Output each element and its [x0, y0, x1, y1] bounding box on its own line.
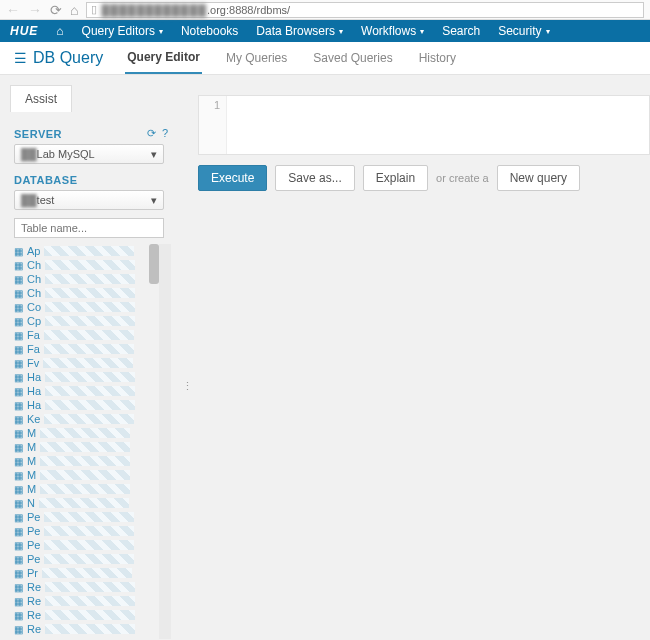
table-icon: ▦	[14, 274, 23, 285]
table-row[interactable]: ▦Re	[14, 594, 159, 608]
forward-icon[interactable]: →	[28, 3, 42, 17]
table-row[interactable]: ▦Ch	[14, 258, 159, 272]
server-label: SERVER	[14, 128, 62, 140]
server-select[interactable]: ██Lab MySQL ▾	[14, 144, 164, 164]
nav-data-browsers[interactable]: Data Browsers▾	[256, 24, 343, 38]
table-row[interactable]: ▦Ha	[14, 398, 159, 412]
table-name-blurred	[42, 568, 132, 578]
table-row[interactable]: ▦M	[14, 482, 159, 496]
right-column: 1 Execute Save as... Explain or create a…	[178, 75, 650, 639]
table-row[interactable]: ▦Ha	[14, 370, 159, 384]
table-row[interactable]: ▦Co	[14, 300, 159, 314]
table-row[interactable]: ▦Cp	[14, 314, 159, 328]
or-create-text: or create a	[436, 172, 489, 184]
page-icon: ▯	[91, 3, 97, 16]
nav-security[interactable]: Security▾	[498, 24, 549, 38]
table-icon: ▦	[14, 246, 23, 257]
home-nav-icon[interactable]: ⌂	[56, 24, 63, 38]
table-row[interactable]: ▦Re	[14, 580, 159, 594]
chevron-down-icon: ▾	[339, 27, 343, 36]
chevron-down-icon: ▾	[420, 27, 424, 36]
table-list[interactable]: ▦Ap▦Ch▦Ch▦Ch▦Co▦Cp▦Fa▦Fa▦Fv▦Ha▦Ha▦Ha▦Ke▦…	[14, 244, 171, 639]
table-row[interactable]: ▦Fa	[14, 328, 159, 342]
tab-history[interactable]: History	[417, 51, 458, 73]
sub-nav: ☰ DB Query Query Editor My Queries Saved…	[0, 42, 650, 75]
table-row[interactable]: ▦Pe	[14, 552, 159, 566]
table-row[interactable]: ▦Pe	[14, 524, 159, 538]
table-icon: ▦	[14, 344, 23, 355]
tab-my-queries[interactable]: My Queries	[224, 51, 289, 73]
assist-tab[interactable]: Assist	[10, 85, 72, 112]
table-name-blurred	[45, 316, 135, 326]
left-column: Assist SERVER ⟳ ? ██Lab MySQL ▾ DATABASE…	[0, 75, 178, 639]
refresh-icon[interactable]: ⟳	[147, 127, 156, 140]
hue-logo[interactable]: HUE	[10, 24, 38, 38]
table-row[interactable]: ▦M	[14, 454, 159, 468]
execute-button[interactable]: Execute	[198, 165, 267, 191]
table-row[interactable]: ▦Re	[14, 608, 159, 622]
editor-body[interactable]	[227, 96, 649, 154]
table-name-blurred	[40, 428, 130, 438]
table-icon: ▦	[14, 568, 23, 579]
table-row[interactable]: ▦Fv	[14, 356, 159, 370]
back-icon[interactable]: ←	[6, 3, 20, 17]
table-icon: ▦	[14, 428, 23, 439]
nav-notebooks[interactable]: Notebooks	[181, 24, 238, 38]
table-row[interactable]: ▦M	[14, 468, 159, 482]
table-name-blurred	[39, 498, 129, 508]
table-row[interactable]: ▦N	[14, 496, 159, 510]
sql-editor[interactable]: 1	[198, 95, 650, 155]
table-row[interactable]: ▦Ch	[14, 272, 159, 286]
tab-saved-queries[interactable]: Saved Queries	[311, 51, 394, 73]
table-icon: ▦	[14, 540, 23, 551]
table-name-blurred	[40, 484, 130, 494]
table-row[interactable]: ▦Ke	[14, 412, 159, 426]
table-name-blurred	[44, 526, 134, 536]
table-row[interactable]: ▦Fa	[14, 342, 159, 356]
table-name-blurred	[45, 302, 135, 312]
action-bar: Execute Save as... Explain or create a N…	[198, 165, 650, 191]
table-row[interactable]: ▦Pe	[14, 538, 159, 552]
splitter-handle[interactable]: ⋮	[182, 380, 193, 393]
explain-button[interactable]: Explain	[363, 165, 428, 191]
home-icon[interactable]: ⌂	[70, 3, 78, 17]
editor-gutter: 1	[199, 96, 227, 154]
table-row[interactable]: ▦Ap	[14, 244, 159, 258]
database-select[interactable]: ██test ▾	[14, 190, 164, 210]
reload-icon[interactable]: ⟳	[50, 3, 62, 17]
table-row[interactable]: ▦Pr	[14, 566, 159, 580]
table-name-blurred	[40, 456, 130, 466]
table-icon: ▦	[14, 358, 23, 369]
table-row[interactable]: ▦Ha	[14, 384, 159, 398]
table-icon: ▦	[14, 582, 23, 593]
table-row[interactable]: ▦M	[14, 426, 159, 440]
table-icon: ▦	[14, 400, 23, 411]
table-row[interactable]: ▦Ch	[14, 286, 159, 300]
table-icon: ▦	[14, 610, 23, 621]
table-search-input[interactable]	[14, 218, 164, 238]
table-name-blurred	[44, 554, 134, 564]
save-as-button[interactable]: Save as...	[275, 165, 354, 191]
help-icon[interactable]: ?	[162, 127, 168, 140]
table-name-blurred	[45, 582, 135, 592]
table-name-blurred	[44, 512, 134, 522]
table-icon: ▦	[14, 498, 23, 509]
table-icon: ▦	[14, 470, 23, 481]
nav-query-editors[interactable]: Query Editors▾	[82, 24, 163, 38]
nav-workflows[interactable]: Workflows▾	[361, 24, 424, 38]
top-nav: HUE ⌂ Query Editors▾ Notebooks Data Brow…	[0, 20, 650, 42]
nav-search[interactable]: Search	[442, 24, 480, 38]
table-name-blurred	[45, 596, 135, 606]
table-icon: ▦	[14, 372, 23, 383]
table-name-blurred	[45, 624, 135, 634]
table-name-blurred	[45, 260, 135, 270]
tab-query-editor[interactable]: Query Editor	[125, 50, 202, 74]
url-input[interactable]: ▯ ████████████ .org:8888/rdbms/	[86, 2, 644, 18]
new-query-button[interactable]: New query	[497, 165, 580, 191]
table-name-blurred	[45, 400, 135, 410]
table-row[interactable]: ▦Re	[14, 622, 159, 636]
table-name-blurred	[45, 386, 135, 396]
table-row[interactable]: ▦Pe	[14, 510, 159, 524]
chevron-down-icon: ▾	[151, 194, 157, 207]
table-row[interactable]: ▦M	[14, 440, 159, 454]
